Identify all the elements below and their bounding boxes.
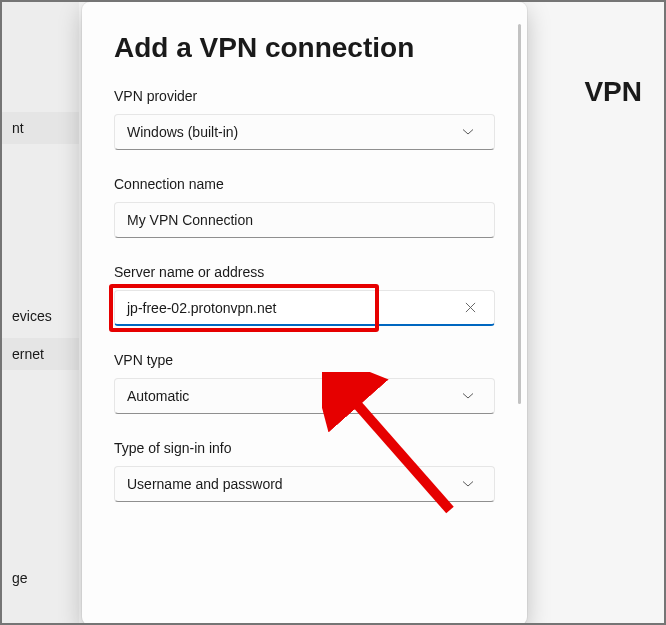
server-address-group: Server name or address jp-free-02.proton…	[114, 264, 495, 326]
vpn-provider-value: Windows (built-in)	[127, 124, 462, 140]
signin-type-label: Type of sign-in info	[114, 440, 495, 456]
vpn-provider-label: VPN provider	[114, 88, 495, 104]
vpn-type-group: VPN type Automatic	[114, 352, 495, 414]
bg-sidebar-item: nt	[2, 112, 79, 144]
bg-sidebar-item: evices	[2, 300, 79, 332]
connection-name-input[interactable]: My VPN Connection	[114, 202, 495, 238]
dialog-title: Add a VPN connection	[114, 32, 495, 64]
chevron-down-icon	[462, 126, 474, 138]
chevron-down-icon	[462, 478, 474, 490]
connection-name-value: My VPN Connection	[127, 212, 482, 228]
dialog-scrollbar[interactable]	[518, 24, 521, 404]
connection-name-group: Connection name My VPN Connection	[114, 176, 495, 238]
bg-sidebar-item: ernet	[2, 338, 79, 370]
connection-name-label: Connection name	[114, 176, 495, 192]
server-address-label: Server name or address	[114, 264, 495, 280]
vpn-type-dropdown[interactable]: Automatic	[114, 378, 495, 414]
chevron-down-icon	[462, 390, 474, 402]
add-vpn-dialog: Add a VPN connection VPN provider Window…	[82, 2, 527, 625]
server-address-value: jp-free-02.protonvpn.net	[127, 300, 458, 316]
server-address-input[interactable]: jp-free-02.protonvpn.net	[114, 290, 495, 326]
signin-type-group: Type of sign-in info Username and passwo…	[114, 440, 495, 502]
signin-type-dropdown[interactable]: Username and password	[114, 466, 495, 502]
vpn-type-value: Automatic	[127, 388, 462, 404]
vpn-provider-group: VPN provider Windows (built-in)	[114, 88, 495, 150]
bg-sidebar-item: ge	[2, 562, 79, 594]
page-title-vpn: VPN	[584, 76, 642, 108]
vpn-type-label: VPN type	[114, 352, 495, 368]
signin-type-value: Username and password	[127, 476, 462, 492]
vpn-provider-dropdown[interactable]: Windows (built-in)	[114, 114, 495, 150]
clear-input-icon[interactable]	[458, 296, 482, 320]
